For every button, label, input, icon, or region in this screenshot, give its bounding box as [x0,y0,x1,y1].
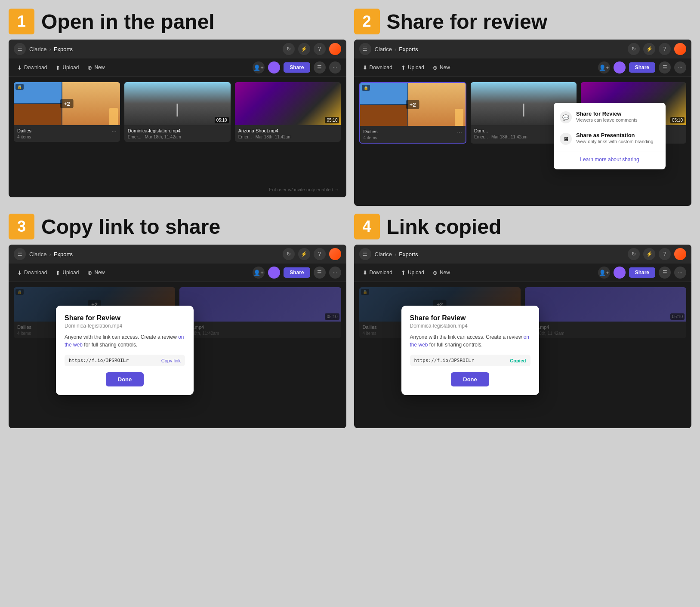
invite-icon-1[interactable]: 👤+ [253,61,265,74]
upload-button-2[interactable]: ⬆ Upload [398,63,428,73]
learn-more-link[interactable]: Learn more about sharing [554,153,666,166]
step-4-window: ☰ Clarice › Exports ↻ ⚡ ? ⬇ [354,245,692,428]
lock-icon-1: 🔒 [15,84,24,90]
breadcrumb-3: Clarice › Exports [29,251,73,258]
toolbar-right-1: 👤+ Share ☰ ··· [253,61,341,74]
user-avatar-3[interactable] [268,267,280,279]
help-icon-2[interactable]: ? [659,43,671,55]
thumb-3: 05:10 [179,287,341,322]
bolt-icon-1[interactable]: ⚡ [298,43,310,55]
step-2-toolbar: ⬇ Download ⬆ Upload ⊕ New 👤+ Share [354,58,692,77]
download-icon-3: ⬇ [17,270,22,276]
file-more-2[interactable]: ··· [457,129,462,135]
avatar-1[interactable] [329,43,341,55]
dropdown-item-review[interactable]: 💬 Share for Review Viewers can leave com… [554,106,666,128]
avatar-4[interactable] [674,248,686,260]
share-button-1[interactable]: Share [284,62,310,73]
file-card-dailies-2[interactable]: +2 🔒 Dailies 4 items ··· [359,82,467,144]
breadcrumb-current-1[interactable]: Exports [54,46,73,52]
file-card-dailies-1[interactable]: +2 🔒 Dailies 4 items ··· [14,82,120,142]
menu-icon-4[interactable]: ☰ [359,248,371,260]
step-3-content: +2 🔒 Dailies 4 items 05:10 [9,282,346,428]
new-button-4[interactable]: ⊕ New [429,268,453,278]
download-label-4: Download [370,270,392,276]
refresh-icon-1[interactable]: ↻ [283,43,295,55]
breadcrumb-root-1[interactable]: Clarice [29,46,46,52]
upload-button-1[interactable]: ⬆ Upload [52,63,82,73]
invite-icon-3[interactable]: 👤+ [253,267,265,279]
thumb-4: 05:10 [525,287,686,322]
done-button-4[interactable]: Done [451,372,489,386]
bolt-icon-2[interactable]: ⚡ [643,43,655,55]
user-avatar-1[interactable] [268,61,280,74]
refresh-icon-2[interactable]: ↻ [628,43,640,55]
breadcrumb-root-2[interactable]: Clarice [375,46,392,52]
breadcrumb-current-4[interactable]: Exports [399,251,418,258]
new-button-2[interactable]: ⊕ New [429,63,453,73]
breadcrumb-current-2[interactable]: Exports [399,46,418,52]
upload-icon-1: ⬆ [56,64,60,71]
step-1-number: 1 [9,9,34,34]
upload-button-4[interactable]: ⬆ Upload [398,268,428,278]
download-button-2[interactable]: ⬇ Download [359,63,396,73]
file-card-arizona-1[interactable]: 05:10 Arizona Shoot.mp4 Emer... · Mar 18… [235,82,341,142]
invite-text-1: Ent user w/ invite only enabled → [269,187,339,192]
breadcrumb-sep-3: › [49,251,51,258]
help-icon-3[interactable]: ? [314,248,326,260]
refresh-icon-4[interactable]: ↻ [628,248,640,260]
avatar-2[interactable] [674,43,686,55]
copy-link-button-3[interactable]: Copy link [161,358,181,363]
review-title: Share for Review [576,110,638,117]
upload-icon-3: ⬆ [56,270,60,276]
file-card-road-4: 05:10 .hoot.mp4 Mar 18th, 11:42am [525,287,686,338]
files-grid-1: +2 🔒 Dailies 4 items ··· [14,82,341,142]
breadcrumb-root-4[interactable]: Clarice [375,251,392,258]
breadcrumb-root-3[interactable]: Clarice [29,251,46,258]
step-2-title: Share for review [387,10,548,34]
new-button-3[interactable]: ⊕ New [84,268,108,278]
share-button-3[interactable]: Share [284,267,310,278]
menu-icon-3[interactable]: ☰ [14,248,26,260]
refresh-icon-3[interactable]: ↻ [283,248,295,260]
breadcrumb-4: Clarice › Exports [375,251,418,258]
more-icon-1[interactable]: ··· [329,61,341,74]
more-icon-2[interactable]: ··· [674,61,686,74]
list-icon-4[interactable]: ☰ [659,267,671,279]
step-2-window: ☰ Clarice › Exports ↻ ⚡ ? ⬇ [354,40,692,206]
avatar-3[interactable] [329,248,341,260]
share-modal-3: Share for Review Dominica-legislation.mp… [56,306,194,395]
breadcrumb-current-3[interactable]: Exports [54,251,73,258]
share-button-4[interactable]: Share [629,267,655,278]
more-icon-4[interactable]: ··· [674,267,686,279]
file-card-road-1[interactable]: 05:10 Dominica-legislation.mp4 Emer... ·… [124,82,231,142]
download-button-1[interactable]: ⬇ Download [14,63,50,73]
desc-after-3: for full sharing controls. [83,342,137,348]
more-icon-3[interactable]: ··· [329,267,341,279]
menu-icon[interactable]: ☰ [14,43,26,55]
step-4-content: +2 🔒 Dailies 4 items 05:10 [354,282,692,428]
invite-icon-4[interactable]: 👤+ [598,267,610,279]
bolt-icon-3[interactable]: ⚡ [298,248,310,260]
help-icon-4[interactable]: ? [659,248,671,260]
menu-icon-2[interactable]: ☰ [359,43,371,55]
done-button-3[interactable]: Done [106,372,144,386]
dropdown-divider [554,151,666,151]
invite-icon-2[interactable]: 👤+ [598,61,610,74]
file-more-1[interactable]: ··· [111,128,117,135]
list-icon-1[interactable]: ☰ [314,61,326,74]
share-button-2[interactable]: Share [629,62,655,73]
new-button-1[interactable]: ⊕ New [84,63,108,73]
download-label-2: Download [370,64,392,71]
plus-icon-3: ⊕ [87,270,92,276]
download-button-4[interactable]: ⬇ Download [359,268,396,278]
user-avatar-4[interactable] [614,267,626,279]
list-icon-3[interactable]: ☰ [314,267,326,279]
upload-button-3[interactable]: ⬆ Upload [52,268,82,278]
share-dropdown-2: 💬 Share for Review Viewers can leave com… [554,103,666,169]
list-icon-2[interactable]: ☰ [659,61,671,74]
help-icon-1[interactable]: ? [314,43,326,55]
user-avatar-2[interactable] [614,61,626,74]
dropdown-item-presentation[interactable]: 🖥 Share as Presentation View-only links … [554,128,666,149]
bolt-icon-4[interactable]: ⚡ [643,248,655,260]
download-button-3[interactable]: ⬇ Download [14,268,50,278]
